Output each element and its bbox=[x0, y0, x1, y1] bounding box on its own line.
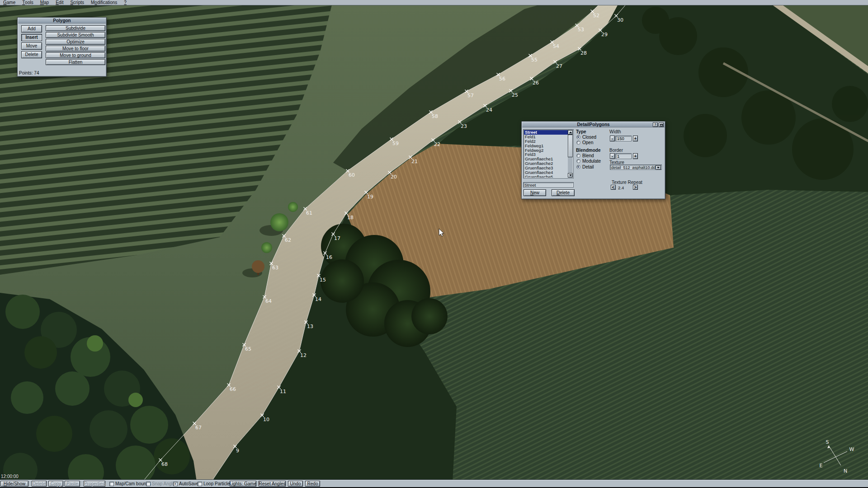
menu-game[interactable]: Game bbox=[0, 0, 19, 5]
point-number-label: 64 bbox=[265, 298, 272, 304]
width-spinner: - 150 + bbox=[610, 136, 638, 141]
polygon-name-field[interactable]: Street bbox=[523, 182, 574, 188]
point-number-label: 18 bbox=[347, 215, 354, 221]
add-mode-button[interactable]: Add bbox=[21, 25, 42, 33]
scroll-down-icon[interactable] bbox=[568, 173, 573, 178]
radio-label: Closed bbox=[582, 135, 596, 140]
move-mode-button[interactable]: Move bbox=[21, 42, 42, 50]
polygon-list-rows: StreetFeld1Feld2Feldweg1Feldweg2Feld3Gru… bbox=[524, 130, 568, 178]
compass-bottom-label: N bbox=[844, 468, 847, 474]
loop-particles-checkbox[interactable]: Loop Particles bbox=[198, 481, 232, 487]
polygon-panel: Polygon AddInsertMoveDelete SubdivideSub… bbox=[17, 17, 107, 77]
radio-label: Blend bbox=[582, 153, 594, 158]
lights-game-button[interactable]: Lights: Game bbox=[230, 481, 256, 487]
point-number-label: 22 bbox=[434, 141, 440, 147]
point-number-label: 65 bbox=[245, 346, 251, 352]
border-value-field[interactable]: 1 bbox=[615, 153, 632, 159]
points-count-label: Points: 74 bbox=[19, 70, 39, 75]
point-number-label: 67 bbox=[195, 425, 202, 431]
optimize-button[interactable]: Optimize bbox=[46, 39, 105, 45]
checkbox-icon bbox=[146, 482, 151, 486]
subdivide-button[interactable]: Subdivide bbox=[46, 25, 105, 31]
radio-label: Detail bbox=[582, 164, 594, 169]
box-glyph-icon bbox=[660, 124, 663, 126]
texture-repeat-decrement-button[interactable]: < bbox=[611, 185, 616, 190]
point-number-label: 60 bbox=[349, 172, 355, 178]
width-value-field[interactable]: 150 bbox=[615, 136, 632, 141]
type-option-open[interactable]: Open bbox=[576, 140, 596, 146]
dialog-titlebar[interactable]: DetailPolygons bbox=[522, 122, 665, 127]
list-item[interactable]: Gruenflaeche5 bbox=[524, 175, 568, 178]
point-number-label: 62 bbox=[285, 237, 291, 243]
radio-icon bbox=[576, 165, 580, 169]
compass-right-label: W bbox=[849, 446, 854, 452]
menu-tools[interactable]: Tools bbox=[19, 0, 36, 5]
menu-edit[interactable]: Edit bbox=[52, 0, 66, 5]
flatten-button[interactable]: Flatten bbox=[46, 59, 105, 65]
help-icon[interactable]: ? bbox=[653, 122, 658, 127]
map-cam-bounds-checkbox[interactable]: Map/Cam bounds bbox=[109, 481, 151, 487]
scroll-up-icon[interactable] bbox=[568, 130, 573, 135]
point-number-label: 21 bbox=[411, 159, 418, 164]
width-decrement-button[interactable]: - bbox=[610, 136, 615, 141]
hide-show-button[interactable]: Hide/Show bbox=[0, 481, 28, 487]
point-number-label: 19 bbox=[367, 194, 373, 200]
point-number-label: 61 bbox=[306, 210, 312, 216]
paste-button: Paste bbox=[65, 481, 80, 487]
menu-help[interactable]: ? bbox=[121, 0, 130, 5]
radio-icon bbox=[576, 159, 580, 163]
texture-dropdown[interactable]: detail_512_asphalt10.dds bbox=[610, 164, 662, 170]
width-increment-button[interactable]: + bbox=[633, 136, 638, 141]
point-number-label: 28 bbox=[580, 50, 587, 56]
point-number-label: 26 bbox=[533, 80, 539, 86]
reset-angles-button[interactable]: Reset Angles bbox=[259, 481, 286, 487]
border-decrement-button[interactable]: - bbox=[610, 153, 615, 159]
chevron-down-icon[interactable] bbox=[656, 165, 661, 170]
properties-button: Properties bbox=[84, 481, 105, 487]
menu-map[interactable]: Map bbox=[37, 0, 52, 5]
point-number-label: 14 bbox=[315, 296, 321, 302]
blendmode-option-detail[interactable]: Detail bbox=[576, 164, 601, 170]
menu-scripts[interactable]: Scripts bbox=[67, 0, 87, 5]
point-number-label: 56 bbox=[499, 76, 505, 82]
delete-button[interactable]: Delete bbox=[552, 189, 575, 196]
detail-polygons-dialog: DetailPolygons ? StreetFeld1Feld2Feldweg… bbox=[521, 121, 665, 199]
move-to-floor-button[interactable]: Move to floor bbox=[46, 46, 105, 52]
window-box-icon[interactable] bbox=[659, 122, 664, 127]
type-option-closed[interactable]: Closed bbox=[576, 134, 596, 140]
point-number-label: 20 bbox=[391, 174, 397, 180]
border-increment-button[interactable]: + bbox=[633, 153, 638, 159]
redo-button[interactable]: Redo bbox=[305, 481, 320, 487]
polygon-action-buttons: SubdivideSubdivide SmoothOptimizeMove to… bbox=[46, 25, 105, 66]
scroll-thumb[interactable] bbox=[568, 135, 573, 157]
menu-modifications[interactable]: Modifications bbox=[88, 0, 120, 5]
copy-button: Copy bbox=[48, 481, 63, 487]
texture-repeat-increment-button[interactable]: > bbox=[633, 185, 638, 190]
snap-angles-checkbox[interactable]: Snap Angles bbox=[146, 481, 177, 487]
checkbox-label: AutoSave bbox=[179, 481, 198, 486]
autosave-checkbox[interactable]: ×AutoSave bbox=[173, 481, 198, 487]
point-number-label: 25 bbox=[512, 92, 518, 98]
viewport-3d[interactable]: 5253545556575859606162636465666768302928… bbox=[0, 0, 868, 488]
border-spinner: - 1 + bbox=[610, 153, 638, 159]
status-bar: Hide/ShowDeleteCopyPastePropertiesMap/Ca… bbox=[0, 479, 868, 488]
insert-mode-button[interactable]: Insert bbox=[21, 34, 42, 41]
blendmode-option-blend[interactable]: Blend bbox=[576, 153, 601, 159]
point-number-label: 10 bbox=[263, 417, 269, 422]
polygon-panel-titlebar[interactable]: Polygon bbox=[18, 18, 106, 23]
list-scrollbar bbox=[568, 130, 573, 178]
checkbox-icon: × bbox=[173, 482, 178, 486]
point-number-label: 54 bbox=[553, 43, 559, 49]
blendmode-option-modulate[interactable]: Modulate bbox=[576, 159, 601, 164]
new-button[interactable]: New bbox=[524, 189, 546, 196]
point-number-label: 9 bbox=[236, 448, 239, 454]
subdivide-smooth-button[interactable]: Subdivide Smooth bbox=[46, 32, 105, 38]
move-to-ground-button[interactable]: Move to ground bbox=[46, 52, 105, 58]
delete-button: Delete bbox=[32, 481, 47, 487]
point-number-label: 57 bbox=[467, 93, 474, 99]
type-options: ClosedOpen bbox=[576, 134, 596, 145]
mouse-cursor bbox=[439, 229, 445, 238]
delete-mode-button[interactable]: Delete bbox=[21, 51, 42, 58]
point-number-label: 30 bbox=[617, 17, 623, 23]
undo-button[interactable]: Undo bbox=[288, 481, 303, 487]
